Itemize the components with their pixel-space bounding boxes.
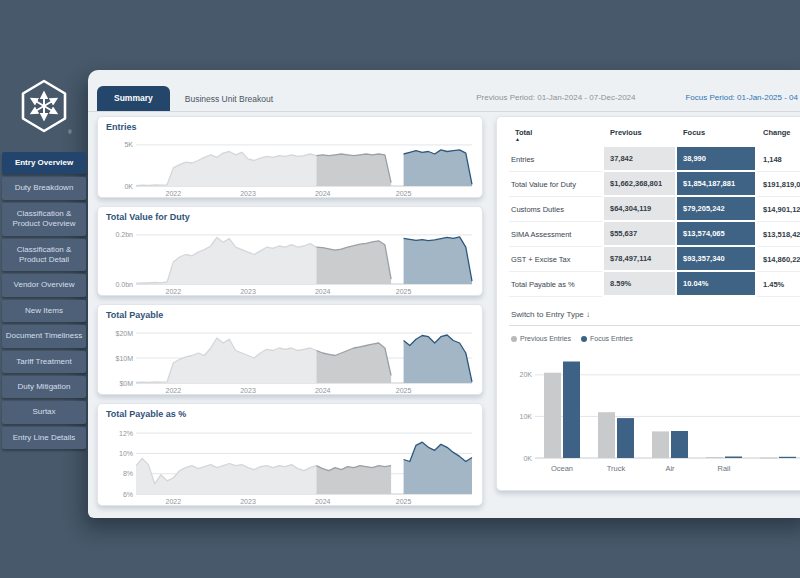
sidebar-item-vendor-overview[interactable]: Vendor Overview bbox=[2, 274, 86, 296]
tab-business-unit-breakout[interactable]: Business Unit Breakout bbox=[170, 88, 288, 111]
sidebar-item-document-timeliness[interactable]: Document Timeliness bbox=[2, 325, 86, 347]
column-header-focus[interactable]: Focus bbox=[677, 128, 755, 142]
sidebar-item-tariff-treatment[interactable]: Tariff Treatment bbox=[2, 351, 86, 373]
focus-value: $79,205,242 bbox=[677, 197, 755, 222]
focus-period-label: Focus Period: 01-Jan-2025 - 04 bbox=[685, 93, 798, 102]
sort-ascending-icon: ▲ bbox=[515, 137, 596, 142]
row-label: SIMA Assessment bbox=[509, 222, 602, 247]
chart-title: Total Value for Duty bbox=[106, 212, 474, 225]
previous-entries-marker-icon bbox=[511, 336, 517, 342]
svg-text:8%: 8% bbox=[123, 470, 133, 477]
report-panel: Summary Business Unit Breakout Previous … bbox=[88, 70, 800, 518]
table-row-customs-duties[interactable]: Customs Duties $64,304,119 $79,205,242 $… bbox=[509, 197, 800, 222]
dashboard-root: ® Entry Overview Duty Breakdown Classifi… bbox=[0, 0, 800, 578]
svg-text:$20M: $20M bbox=[115, 330, 133, 337]
change-value: 1,148 bbox=[757, 147, 800, 172]
column-header-total[interactable]: Total ▲ bbox=[509, 128, 602, 142]
previous-value: 8.59% bbox=[604, 272, 675, 297]
row-label: Entries bbox=[509, 147, 602, 172]
legend-previous-entries[interactable]: Previous Entries bbox=[511, 335, 571, 342]
report-content: Entries 0K5K2022202320242025 Total Value… bbox=[88, 112, 800, 506]
entry-type-bar-chart-wrap: 0K10K20KOceanTruckAirRail bbox=[509, 348, 800, 478]
change-value: $191,819,080 bbox=[757, 172, 800, 197]
svg-text:2025: 2025 bbox=[396, 498, 412, 505]
total-value-for-duty-area-chart[interactable]: 0.0bn0.2bn2022202320242025 bbox=[106, 225, 476, 296]
sidebar-item-new-items[interactable]: New Items bbox=[2, 300, 86, 322]
svg-text:®: ® bbox=[68, 129, 72, 135]
chart-card-total-value-for-duty: Total Value for Duty 0.0bn0.2bn202220232… bbox=[97, 206, 483, 296]
sidebar-item-entry-overview[interactable]: Entry Overview bbox=[2, 152, 86, 174]
svg-text:2024: 2024 bbox=[315, 387, 331, 394]
row-label: Total Value for Duty bbox=[509, 172, 602, 197]
svg-text:6%: 6% bbox=[123, 491, 133, 498]
switch-to-entry-type-link[interactable]: Switch to Entry Type ↓ bbox=[509, 310, 800, 326]
previous-value: $1,662,368,801 bbox=[604, 172, 675, 197]
focus-value: $13,574,065 bbox=[677, 222, 755, 247]
focus-value: $93,357,340 bbox=[677, 247, 755, 272]
entries-area-chart[interactable]: 0K5K2022202320242025 bbox=[106, 135, 476, 198]
svg-text:10%: 10% bbox=[119, 450, 133, 457]
previous-value: $55,637 bbox=[604, 222, 675, 247]
svg-text:2025: 2025 bbox=[396, 288, 412, 295]
legend-label: Previous Entries bbox=[520, 335, 571, 342]
svg-text:0.2bn: 0.2bn bbox=[115, 231, 133, 238]
entry-type-bar-chart[interactable]: 0K10K20KOceanTruckAirRail bbox=[509, 348, 800, 474]
sidebar-item-entry-line-details[interactable]: Entry Line Details bbox=[2, 427, 86, 449]
previous-period-label: Previous Period: 01-Jan-2024 - 07-Dec-20… bbox=[476, 93, 635, 102]
svg-text:2024: 2024 bbox=[315, 498, 331, 505]
chart-card-total-payable: Total Payable $0M$10M$20M202220232024202… bbox=[97, 304, 483, 395]
chart-title: Total Payable bbox=[106, 310, 474, 323]
svg-text:2022: 2022 bbox=[166, 190, 182, 197]
svg-text:0K: 0K bbox=[523, 455, 532, 462]
table-row-entries[interactable]: Entries 37,842 38,990 1,148 bbox=[509, 147, 800, 172]
sidebar: ® Entry Overview Duty Breakdown Classifi… bbox=[0, 0, 88, 578]
svg-text:2025: 2025 bbox=[396, 387, 412, 394]
svg-text:0K: 0K bbox=[124, 183, 133, 190]
previous-value: 37,842 bbox=[604, 147, 675, 172]
tab-bar: Summary Business Unit Breakout Previous … bbox=[88, 70, 800, 112]
svg-text:2025: 2025 bbox=[396, 190, 412, 197]
sidebar-item-classification-product-overview[interactable]: Classification & Product Overview bbox=[2, 203, 86, 236]
row-label: Customs Duties bbox=[509, 197, 602, 222]
table-row-total-payable-as-pct[interactable]: Total Payable as % 8.59% 10.04% 1.45% bbox=[509, 272, 800, 297]
chart-card-total-payable-as-pct: Total Payable as % 6%8%10%12%20222023202… bbox=[97, 403, 483, 506]
focus-value: 38,990 bbox=[677, 147, 755, 172]
svg-text:5K: 5K bbox=[124, 141, 133, 148]
previous-value: $64,304,119 bbox=[604, 197, 675, 222]
bar-chart-legend: Previous Entries Focus Entries bbox=[511, 335, 800, 342]
table-row-total-value-for-duty[interactable]: Total Value for Duty $1,662,368,801 $1,8… bbox=[509, 172, 800, 197]
focus-value: 10.04% bbox=[677, 272, 755, 297]
focus-entries-marker-icon bbox=[581, 336, 587, 342]
svg-text:Air: Air bbox=[665, 464, 675, 473]
legend-focus-entries[interactable]: Focus Entries bbox=[581, 335, 633, 342]
change-value: $14,860,226 bbox=[757, 247, 800, 272]
change-value: 1.45% bbox=[757, 272, 800, 297]
svg-text:2023: 2023 bbox=[240, 288, 256, 295]
column-header-previous[interactable]: Previous bbox=[604, 128, 675, 142]
svg-text:10K: 10K bbox=[520, 413, 533, 420]
table-row-sima-assessment[interactable]: SIMA Assessment $55,637 $13,574,065 $13,… bbox=[509, 222, 800, 247]
svg-text:Truck: Truck bbox=[607, 464, 626, 473]
legend-label: Focus Entries bbox=[590, 335, 633, 342]
row-label: GST + Excise Tax bbox=[509, 247, 602, 272]
app-logo: ® bbox=[16, 78, 72, 136]
total-payable-area-chart[interactable]: $0M$10M$20M2022202320242025 bbox=[106, 323, 476, 395]
sidebar-item-classification-product-detail[interactable]: Classification & Product Detail bbox=[2, 239, 86, 272]
sidebar-item-duty-mitigation[interactable]: Duty Mitigation bbox=[2, 376, 86, 398]
summary-panel: Total ▲ Previous Focus Change Entries 37… bbox=[496, 116, 800, 491]
column-header-change[interactable]: Change bbox=[757, 128, 800, 142]
svg-text:2023: 2023 bbox=[240, 190, 256, 197]
trend-charts-column: Entries 0K5K2022202320242025 Total Value… bbox=[97, 116, 483, 506]
svg-text:$10M: $10M bbox=[115, 355, 133, 362]
sidebar-item-duty-breakdown[interactable]: Duty Breakdown bbox=[2, 177, 86, 199]
total-payable-pct-area-chart[interactable]: 6%8%10%12%2022202320242025 bbox=[106, 422, 476, 506]
sidebar-item-surtax[interactable]: Surtax bbox=[2, 401, 86, 423]
svg-text:12%: 12% bbox=[119, 430, 133, 437]
previous-value: $78,497,114 bbox=[604, 247, 675, 272]
table-header-row: Total ▲ Previous Focus Change bbox=[509, 125, 800, 147]
svg-text:2023: 2023 bbox=[240, 387, 256, 394]
table-row-gst-excise-tax[interactable]: GST + Excise Tax $78,497,114 $93,357,340… bbox=[509, 247, 800, 272]
summary-table: Total ▲ Previous Focus Change Entries 37… bbox=[509, 125, 800, 297]
tab-summary[interactable]: Summary bbox=[97, 86, 170, 111]
svg-text:2022: 2022 bbox=[166, 498, 182, 505]
